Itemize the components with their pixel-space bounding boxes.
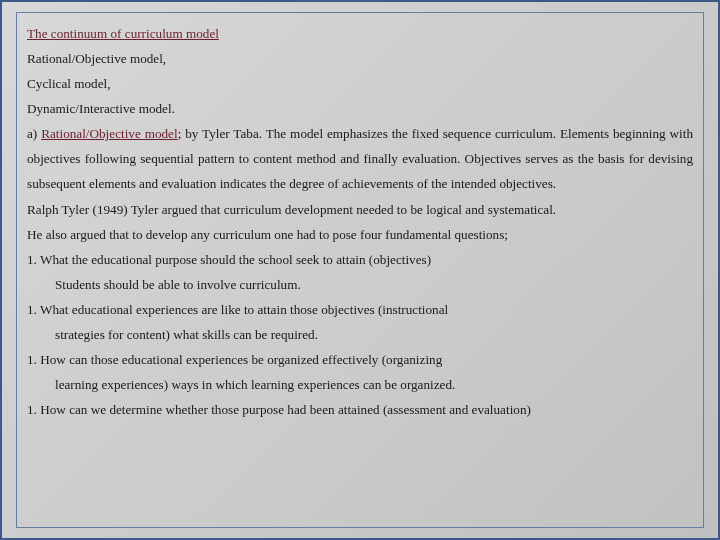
question-3-sub: learning experiences) ways in which lear… <box>27 372 693 397</box>
question-1-sub: Students should be able to involve curri… <box>27 272 693 297</box>
question-1: 1. What the educational purpose should t… <box>27 247 693 272</box>
question-4: 1. How can we determine whether those pu… <box>27 397 693 422</box>
model-line-2: Cyclical model, <box>27 71 693 96</box>
heading-text: The continuum of curriculum model <box>27 26 219 41</box>
model-line-3: Dynamic/Interactive model. <box>27 96 693 121</box>
content-box: The continuum of curriculum model Ration… <box>16 12 704 528</box>
slide-frame: The continuum of curriculum model Ration… <box>0 0 720 540</box>
question-2-sub: strategies for content) what skills can … <box>27 322 693 347</box>
section-a-paragraph: a) Rational/Objective model; by Tyler Ta… <box>27 121 693 196</box>
rational-objective-link: Rational/Objective model <box>41 126 177 141</box>
heading: The continuum of curriculum model <box>27 21 693 46</box>
model-line-1: Rational/Objective model, <box>27 46 693 71</box>
tyler-line-2: He also argued that to develop any curri… <box>27 222 693 247</box>
question-2: 1. What educational experiences are like… <box>27 297 693 322</box>
question-3: 1. How can those educational experiences… <box>27 347 693 372</box>
tyler-line-1: Ralph Tyler (1949) Tyler argued that cur… <box>27 197 693 222</box>
section-a-prefix: a) <box>27 126 41 141</box>
